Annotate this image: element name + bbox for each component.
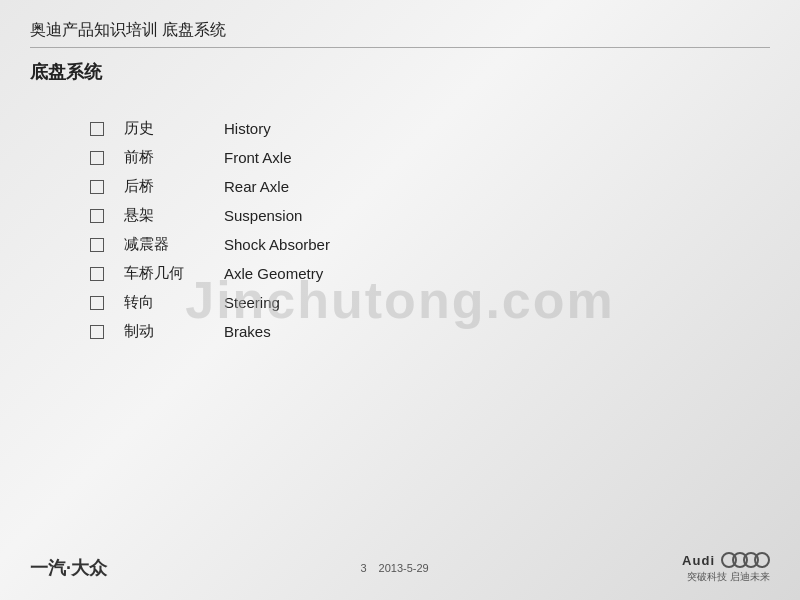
chinese-label: 悬架 <box>124 206 204 225</box>
english-label: Rear Axle <box>224 178 384 195</box>
list-item: 转向Steering <box>90 288 770 317</box>
checkbox-icon <box>90 180 104 194</box>
content-list: 历史History前桥Front Axle后桥Rear Axle悬架Suspen… <box>90 114 770 346</box>
english-label: Shock Absorber <box>224 236 384 253</box>
english-label: Front Axle <box>224 149 384 166</box>
audi-brand-text: Audi <box>682 553 715 568</box>
brand-name: 一汽·大众 <box>30 556 107 580</box>
slide: 奥迪产品知识培训 底盘系统 底盘系统 历史History前桥Front Axle… <box>0 0 800 600</box>
list-item: 车桥几何Axle Geometry <box>90 259 770 288</box>
chinese-label: 减震器 <box>124 235 204 254</box>
list-item: 减震器Shock Absorber <box>90 230 770 259</box>
english-label: Brakes <box>224 323 384 340</box>
english-label: Steering <box>224 294 384 311</box>
chinese-label: 车桥几何 <box>124 264 204 283</box>
checkbox-icon <box>90 209 104 223</box>
audi-rings <box>721 552 770 568</box>
checkbox-icon <box>90 296 104 310</box>
footer-info: 3 2013-5-29 <box>360 562 428 574</box>
chinese-label: 制动 <box>124 322 204 341</box>
chinese-label: 前桥 <box>124 148 204 167</box>
chinese-label: 后桥 <box>124 177 204 196</box>
chinese-label: 历史 <box>124 119 204 138</box>
audi-ring-4 <box>754 552 770 568</box>
checkbox-icon <box>90 238 104 252</box>
list-item: 后桥Rear Axle <box>90 172 770 201</box>
english-label: Axle Geometry <box>224 265 384 282</box>
english-label: Suspension <box>224 207 384 224</box>
list-item: 制动Brakes <box>90 317 770 346</box>
list-item: 历史History <box>90 114 770 143</box>
list-item: 悬架Suspension <box>90 201 770 230</box>
date: 2013-5-29 <box>379 562 429 574</box>
list-item: 前桥Front Axle <box>90 143 770 172</box>
audi-slogan: 突破科技 启迪未来 <box>687 570 770 584</box>
checkbox-icon <box>90 325 104 339</box>
header-title: 奥迪产品知识培训 底盘系统 <box>30 20 770 48</box>
footer: 一汽·大众 3 2013-5-29 Audi 突破科技 启迪未来 <box>0 552 800 584</box>
page-number: 3 <box>360 562 366 574</box>
chinese-label: 转向 <box>124 293 204 312</box>
subtitle: 底盘系统 <box>30 60 770 84</box>
audi-logo-area: Audi <box>682 552 770 568</box>
english-label: History <box>224 120 384 137</box>
checkbox-icon <box>90 122 104 136</box>
checkbox-icon <box>90 267 104 281</box>
checkbox-icon <box>90 151 104 165</box>
audi-info: Audi 突破科技 启迪未来 <box>682 552 770 584</box>
